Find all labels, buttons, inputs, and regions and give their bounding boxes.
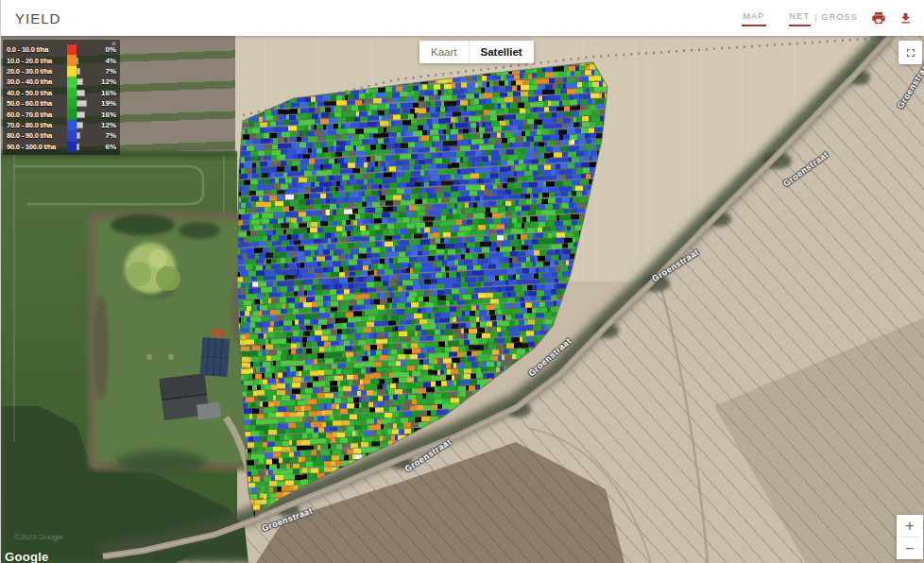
app-header: YIELD MAP NET | GROSS bbox=[1, 0, 924, 36]
legend-percentage: 19% bbox=[87, 99, 120, 108]
legend-percentage: 4% bbox=[78, 57, 120, 65]
legend-row: 30.0 - 40.0 t/ha12% bbox=[3, 77, 120, 87]
nav-net-link[interactable]: NET bbox=[789, 9, 812, 26]
legend-color-swatch bbox=[67, 77, 77, 87]
farmstead bbox=[92, 214, 256, 501]
legend-row: 10.0 - 20.0 t/ha4% bbox=[3, 55, 120, 65]
yield-legend: « 0.0 - 10.0 t/ha0%10.0 - 20.0 t/ha4%20.… bbox=[3, 40, 120, 155]
terrain-far-field bbox=[1, 36, 924, 563]
terrain-grass-field bbox=[1, 36, 924, 563]
legend-percentage: 7% bbox=[80, 67, 120, 76]
legend-range-label: 90.0 - 100.0 t/ha bbox=[3, 143, 67, 151]
legend-range-label: 70.0 - 80.0 t/ha bbox=[3, 121, 67, 129]
legend-histogram-bar bbox=[77, 100, 87, 107]
legend-percentage: 16% bbox=[85, 111, 120, 119]
road-groenstraat bbox=[100, 36, 891, 556]
legend-percentage: 12% bbox=[83, 77, 120, 86]
street-label: Groenstraat bbox=[526, 336, 573, 379]
legend-percentage: 7% bbox=[80, 131, 120, 140]
download-icon bbox=[898, 11, 913, 26]
terrain-woods bbox=[1, 36, 924, 563]
map-art bbox=[1, 36, 924, 563]
page-title: YIELD bbox=[15, 10, 60, 26]
tree-cluster bbox=[125, 243, 176, 294]
legend-row: 70.0 - 80.0 t/ha12% bbox=[3, 120, 120, 130]
legend-color-swatch bbox=[67, 55, 77, 65]
legend-percentage: 16% bbox=[85, 89, 120, 97]
yield-field-overlay bbox=[233, 40, 626, 529]
legend-row: 80.0 - 90.0 t/ha7% bbox=[3, 130, 120, 141]
street-label: Groenstraat bbox=[261, 506, 315, 534]
street-label: Groenstraat bbox=[896, 60, 924, 110]
legend-histogram-bar bbox=[77, 90, 85, 96]
legend-color-swatch bbox=[67, 109, 77, 119]
farmhouse bbox=[160, 372, 221, 424]
header-nav: MAP NET | GROSS bbox=[742, 9, 913, 26]
legend-color-swatch bbox=[67, 98, 77, 109]
legend-color-swatch bbox=[67, 44, 77, 55]
legend-row: 90.0 - 100.0 t/ha6% bbox=[3, 142, 120, 152]
legend-range-label: 0.0 - 10.0 t/ha bbox=[3, 45, 67, 54]
nav-gross-link[interactable]: GROSS bbox=[820, 10, 859, 26]
terrain-top-field bbox=[1, 36, 924, 563]
app-window: YIELD MAP NET | GROSS bbox=[0, 0, 924, 563]
imagery-watermark: ©2023 Google bbox=[14, 533, 63, 541]
legend-range-label: 60.0 - 70.0 t/ha bbox=[3, 111, 67, 119]
legend-range-label: 80.0 - 90.0 t/ha bbox=[3, 131, 67, 140]
legend-color-swatch bbox=[67, 120, 77, 130]
legend-range-label: 20.0 - 30.0 t/ha bbox=[3, 67, 67, 76]
nav-map-link[interactable]: MAP bbox=[742, 9, 765, 26]
zoom-control: + − bbox=[897, 515, 923, 559]
download-button[interactable] bbox=[898, 11, 913, 26]
legend-histogram-bar bbox=[77, 122, 83, 128]
fullscreen-button[interactable] bbox=[898, 41, 922, 64]
nav-separator: | bbox=[814, 13, 816, 23]
zoom-out-button[interactable]: − bbox=[897, 537, 923, 559]
legend-row: 0.0 - 10.0 t/ha0% bbox=[3, 44, 120, 55]
map-type-control: Kaart Satelliet bbox=[419, 41, 534, 63]
legend-color-swatch bbox=[67, 66, 77, 77]
street-label: Groenstraat bbox=[650, 247, 700, 283]
legend-percentage: 6% bbox=[79, 143, 120, 151]
street-label: Groenstraat bbox=[403, 436, 453, 473]
legend-histogram-bar bbox=[77, 111, 85, 118]
legend-row: 60.0 - 70.0 t/ha16% bbox=[3, 109, 120, 119]
legend-histogram-bar bbox=[77, 78, 83, 85]
map-type-kaart-button[interactable]: Kaart bbox=[419, 41, 469, 63]
legend-percentage: 12% bbox=[83, 121, 120, 129]
legend-collapse-icon[interactable]: « bbox=[111, 40, 116, 48]
legend-row: 40.0 - 50.0 t/ha16% bbox=[3, 88, 120, 98]
terrain-plowed-strips bbox=[1, 36, 924, 563]
street-label: Groenstraat bbox=[781, 149, 830, 188]
map-type-satelliet-button[interactable]: Satelliet bbox=[470, 41, 534, 63]
legend-range-label: 10.0 - 20.0 t/ha bbox=[3, 57, 67, 65]
print-icon bbox=[871, 10, 886, 26]
barn-solar-roof bbox=[200, 337, 231, 377]
google-logo[interactable]: Google bbox=[5, 550, 49, 563]
terrain-base bbox=[1, 36, 924, 563]
legend-range-label: 50.0 - 60.0 t/ha bbox=[3, 99, 67, 108]
terrain-bare-soil bbox=[1, 36, 924, 563]
legend-row: 50.0 - 60.0 t/ha19% bbox=[3, 98, 120, 109]
map-canvas[interactable]: GroenstraatGroenstraatGroenstraatGroenst… bbox=[1, 36, 924, 563]
legend-color-swatch bbox=[67, 88, 77, 98]
legend-range-label: 30.0 - 40.0 t/ha bbox=[3, 77, 67, 86]
yield-field-base bbox=[237, 62, 607, 518]
print-button[interactable] bbox=[871, 10, 886, 26]
legend-color-swatch bbox=[67, 130, 77, 141]
terrain-right-fields bbox=[1, 36, 924, 563]
legend-range-label: 40.0 - 50.0 t/ha bbox=[3, 89, 67, 97]
zoom-in-button[interactable]: + bbox=[897, 515, 923, 537]
legend-rows: 0.0 - 10.0 t/ha0%10.0 - 20.0 t/ha4%20.0 … bbox=[3, 44, 120, 152]
legend-color-swatch bbox=[67, 142, 77, 152]
fullscreen-icon bbox=[904, 46, 917, 60]
legend-row: 20.0 - 30.0 t/ha7% bbox=[3, 66, 120, 77]
